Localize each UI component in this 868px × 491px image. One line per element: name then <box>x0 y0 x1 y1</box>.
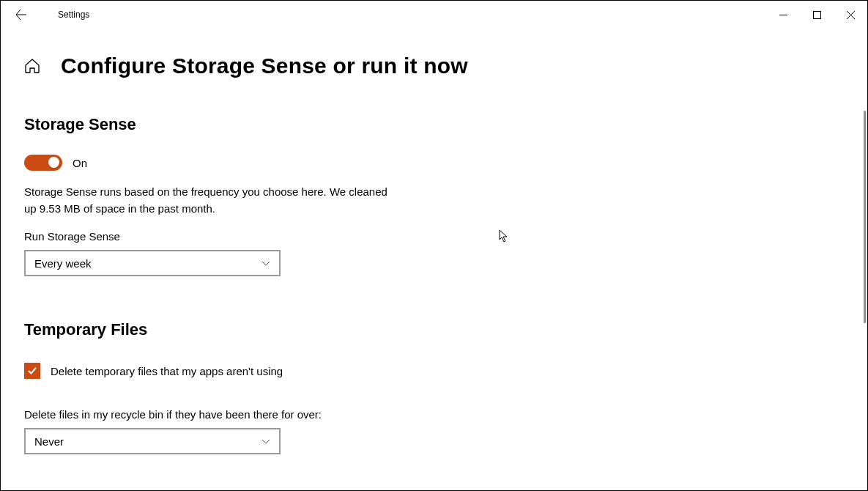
home-button[interactable] <box>24 58 40 74</box>
toggle-knob <box>48 157 59 168</box>
temporary-files-heading: Temporary Files <box>24 320 387 339</box>
back-arrow-icon <box>15 9 27 21</box>
recycle-dropdown-value: Never <box>34 435 64 448</box>
run-storage-sense-label: Run Storage Sense <box>24 230 387 243</box>
delete-temp-files-row: Delete temporary files that my apps aren… <box>24 363 387 379</box>
minimize-button[interactable] <box>766 3 800 26</box>
toggle-state-label: On <box>73 157 87 169</box>
storage-sense-toggle-row: On <box>24 155 387 171</box>
minimize-icon <box>779 11 787 19</box>
window-controls <box>766 3 867 26</box>
checkmark-icon <box>27 366 37 376</box>
storage-sense-toggle[interactable] <box>24 155 62 171</box>
title-bar-left: Settings <box>1 9 89 21</box>
storage-sense-description: Storage Sense runs based on the frequenc… <box>24 184 387 217</box>
close-button[interactable] <box>834 3 867 26</box>
back-button[interactable] <box>15 9 27 21</box>
page-title: Configure Storage Sense or run it now <box>61 53 468 78</box>
storage-sense-heading: Storage Sense <box>24 115 387 134</box>
chevron-down-icon <box>261 257 270 270</box>
delete-temp-files-checkbox[interactable] <box>24 363 40 379</box>
close-icon <box>847 11 855 19</box>
svg-rect-1 <box>813 11 820 18</box>
recycle-bin-dropdown[interactable]: Never <box>24 428 281 454</box>
window-title: Settings <box>58 10 89 20</box>
maximize-button[interactable] <box>800 3 834 26</box>
scrollbar[interactable] <box>864 111 866 323</box>
run-dropdown-value: Every week <box>34 257 92 270</box>
delete-temp-files-label: Delete temporary files that my apps aren… <box>51 365 283 377</box>
maximize-icon <box>813 11 821 19</box>
run-storage-sense-dropdown[interactable]: Every week <box>24 250 281 276</box>
title-bar: Settings <box>1 1 867 29</box>
page-header: Configure Storage Sense or run it now <box>1 29 867 78</box>
chevron-down-icon <box>261 435 270 448</box>
cursor-pointer <box>499 229 511 247</box>
home-icon <box>24 58 40 74</box>
content-area: Storage Sense On Storage Sense runs base… <box>1 78 411 454</box>
recycle-bin-label: Delete files in my recycle bin if they h… <box>24 408 387 421</box>
